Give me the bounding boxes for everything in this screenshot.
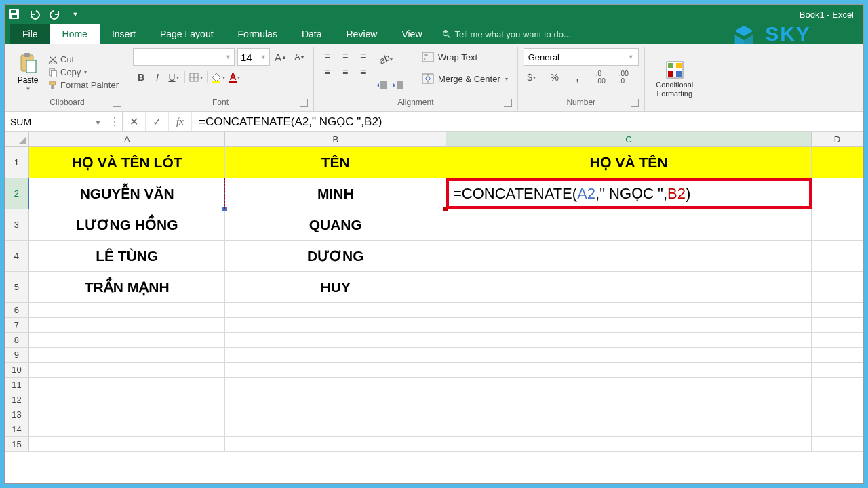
fill-color-button[interactable]: ▾ [210,70,226,85]
number-dialog-launcher[interactable] [631,99,639,107]
cell-B7[interactable] [225,318,446,332]
row-header-8[interactable]: 8 [5,333,29,347]
cell-C2-editing[interactable]: =CONCATENATE(A2," NGỌC ",B2) [446,178,812,209]
wrap-text-button[interactable]: abcWrap Text [418,48,512,66]
cell-A7[interactable] [29,318,226,332]
conditional-formatting-button[interactable]: Conditional Formatting [650,48,699,110]
undo-icon[interactable] [29,9,40,20]
cell-B4[interactable]: DƯƠNG [225,241,446,271]
increase-indent-icon[interactable] [390,78,406,93]
col-header-D[interactable]: D [812,132,863,146]
col-header-C[interactable]: C [446,132,812,146]
cell-B12[interactable] [225,392,446,407]
redo-icon[interactable] [50,9,60,20]
cell-D14[interactable] [812,422,863,436]
cell-A2[interactable]: NGUYỄN VĂN [29,178,226,209]
percent-icon[interactable]: % [547,70,563,85]
cell-C14[interactable] [446,422,812,436]
merge-center-button[interactable]: Merge & Center▾ [418,70,512,87]
cell-D13[interactable] [812,407,863,422]
tab-formulas[interactable]: Formulas [226,24,290,44]
row-header-7[interactable]: 7 [5,318,29,332]
cell-A4[interactable]: LÊ TÙNG [29,241,226,271]
cell-C10[interactable] [446,363,812,377]
formula-input[interactable]: =CONCATENATE(A2," NGỌC ",B2) [192,115,863,129]
cell-D2[interactable] [812,178,863,209]
cell-C11[interactable] [446,378,812,392]
paste-button[interactable]: Paste ▼ [13,48,43,96]
col-header-A[interactable]: A [29,132,226,146]
cell-D4[interactable] [812,241,863,271]
cell-B10[interactable] [225,363,446,377]
cell-D9[interactable] [812,348,863,362]
cancel-formula-icon[interactable]: ✕ [123,112,146,131]
font-size-selector[interactable]: 14▼ [237,48,270,66]
align-left-icon[interactable]: ≡ [319,64,336,79]
insert-function-icon[interactable]: fx [169,112,192,131]
tab-insert[interactable]: Insert [100,24,148,44]
cell-B14[interactable] [225,422,446,436]
cell-A11[interactable] [29,378,226,392]
cell-D11[interactable] [812,378,863,392]
row-header-1[interactable]: 1 [5,147,29,178]
cell-A10[interactable] [29,363,226,377]
cell-C6[interactable] [446,303,812,317]
cell-C8[interactable] [446,333,812,347]
cell-A13[interactable] [29,407,226,422]
tab-home[interactable]: Home [50,24,100,44]
align-center-icon[interactable]: ≡ [337,64,353,79]
tab-review[interactable]: Review [334,24,390,44]
tab-file[interactable]: File [10,24,50,44]
cell-B11[interactable] [225,378,446,392]
row-header-10[interactable]: 10 [5,363,29,377]
row-header-6[interactable]: 6 [5,303,29,317]
cell-C13[interactable] [446,407,812,422]
cell-C1[interactable]: HỌ VÀ TÊN [446,147,812,178]
cell-D1[interactable] [812,147,863,178]
cell-D8[interactable] [812,333,863,347]
cell-B9[interactable] [225,348,446,362]
cell-B2[interactable]: MINH [225,178,446,209]
cell-B13[interactable] [225,407,446,422]
align-right-icon[interactable]: ≡ [355,64,371,79]
qat-customize-icon[interactable]: ▼ [70,9,81,20]
orientation-icon[interactable]: ab▾ [374,52,398,66]
tab-view[interactable]: View [389,24,434,44]
row-header-5[interactable]: 5 [5,272,29,302]
cell-D3[interactable] [812,209,863,240]
cell-C15[interactable] [446,437,812,451]
row-header-14[interactable]: 14 [5,422,29,436]
align-top-icon[interactable]: ≡ [319,48,336,63]
tell-me-search[interactable]: Tell me what you want to do... [441,24,571,44]
font-color-button[interactable]: A▾ [226,70,243,85]
cell-D15[interactable] [812,437,863,451]
row-header-15[interactable]: 15 [5,437,29,451]
cell-B8[interactable] [225,333,446,347]
cell-A12[interactable] [29,392,226,407]
cell-C9[interactable] [446,348,812,362]
name-box[interactable]: SUM▾ [5,112,106,131]
copy-button[interactable]: Copy▾ [45,66,121,78]
cell-A3[interactable]: LƯƠNG HỒNG [29,209,226,240]
increase-decimal-icon[interactable]: .0.00 [593,70,609,85]
cell-C3[interactable] [446,209,812,240]
cell-D6[interactable] [812,303,863,317]
tab-page-layout[interactable]: Page Layout [148,24,226,44]
row-header-9[interactable]: 9 [5,348,29,362]
save-icon[interactable] [9,9,20,20]
cell-A6[interactable] [29,303,226,317]
decrease-decimal-icon[interactable]: .00.0 [616,70,632,85]
number-format-selector[interactable]: General▼ [524,48,639,66]
font-name-selector[interactable]: ▼ [133,48,235,66]
cell-A5[interactable]: TRẦN MẠNH [29,272,226,302]
cell-C7[interactable] [446,318,812,332]
bold-button[interactable]: B [133,70,149,85]
row-header-11[interactable]: 11 [5,378,29,392]
row-header-2[interactable]: 2 [5,178,29,209]
underline-button[interactable]: U▾ [165,70,182,85]
alignment-dialog-launcher[interactable] [504,99,512,107]
cut-button[interactable]: Cut [45,54,121,65]
row-header-13[interactable]: 13 [5,407,29,422]
cell-B6[interactable] [225,303,446,317]
cell-B3[interactable]: QUANG [225,209,446,240]
